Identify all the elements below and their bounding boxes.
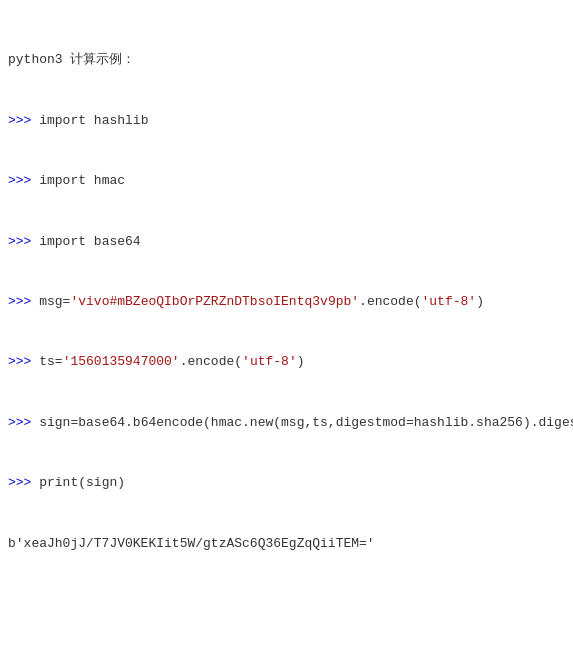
code-2: import hmac	[39, 173, 125, 188]
prompt-4: >>>	[8, 294, 39, 309]
prompt-2: >>>	[8, 173, 39, 188]
python-line-2: >>> import hmac	[8, 171, 565, 191]
prompt-7: >>>	[8, 475, 39, 490]
code-6: sign=base64.b64encode(hmac.new(msg,ts,di…	[39, 415, 573, 430]
code-3: import base64	[39, 234, 140, 249]
python-line-3: >>> import base64	[8, 232, 565, 252]
code-1: import hashlib	[39, 113, 148, 128]
python-line-5: >>> ts='1560135947000'.encode('utf-8')	[8, 352, 565, 372]
code-container: python3 计算示例： >>> import hashlib >>> imp…	[8, 10, 565, 646]
python-line-4: >>> msg='vivo#mBZeoQIbOrPZRZnDTbsoIEntq3…	[8, 292, 565, 312]
prompt-6: >>>	[8, 415, 39, 430]
empty-1	[8, 594, 565, 614]
python-output: b'xeaJh0jJ/T7JV0KEKIit5W/gtzASc6Q36EgZqQ…	[8, 534, 565, 554]
prompt-3: >>>	[8, 234, 39, 249]
code-5: ts='1560135947000'.encode('utf-8')	[39, 354, 304, 369]
python-line-7: >>> print(sign)	[8, 473, 565, 493]
prompt-1: >>>	[8, 113, 39, 128]
code-7: print(sign)	[39, 475, 125, 490]
python-label: python3 计算示例：	[8, 50, 565, 70]
code-4: msg='vivo#mBZeoQIbOrPZRZnDTbsoIEntq3v9pb…	[39, 294, 484, 309]
prompt-5: >>>	[8, 354, 39, 369]
python-line-6: >>> sign=base64.b64encode(hmac.new(msg,t…	[8, 413, 565, 433]
python-line-1: >>> import hashlib	[8, 111, 565, 131]
